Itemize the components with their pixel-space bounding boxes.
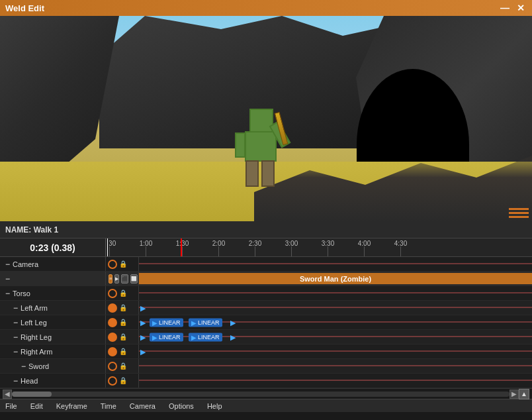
track-circle-left-leg[interactable] [108, 318, 117, 327]
scrollbar-area: ◀ ▶ ▲ [0, 388, 532, 399]
ruler-mark-230: 2:30 [255, 238, 255, 256]
keyframe-arrow-left-leg-start[interactable]: ▶ [140, 318, 146, 327]
track-expand-right-leg[interactable]: − [13, 333, 18, 342]
keyframe-arrow-right-arm[interactable]: ▶ [140, 347, 146, 356]
track-keyframes-head[interactable] [139, 374, 532, 388]
track-row-torso: − Torso 🔒 [0, 286, 532, 301]
track-circle-camera[interactable] [108, 260, 117, 269]
time-value: 0:23 (0.38) [30, 242, 75, 253]
track-circle-sword[interactable] [108, 362, 117, 371]
scroll-track[interactable] [12, 392, 510, 397]
close-button[interactable]: ✕ [515, 2, 527, 14]
track-circle-right-leg[interactable] [108, 333, 117, 342]
track-lock-camera[interactable]: 🔒 [118, 260, 128, 269]
linear-tag-left-leg-1[interactable]: ▶ LINEAR [150, 318, 183, 327]
track-circle-torso[interactable] [108, 289, 117, 298]
track-keyframes-torso[interactable] [139, 286, 532, 300]
timeline: NAME: Walk 1 0:23 (0.38) 0:30 1:00 1:30 … [0, 221, 532, 399]
track-lock-left-arm[interactable]: 🔒 [118, 303, 128, 313]
track-lock-right-leg[interactable]: 🔒 [118, 333, 128, 342]
track-keyframes-sword[interactable] [139, 359, 532, 373]
track-keyframes-right-leg[interactable]: ▶ ▶ LINEAR ▶ LINEAR ▶ [139, 330, 532, 344]
track-expand-head[interactable]: − [13, 376, 18, 386]
track-lock-sword[interactable]: 🔒 [118, 362, 128, 371]
ruler-mark-430: 4:30 [400, 238, 401, 256]
ruler-mark-330: 3:30 [328, 238, 328, 256]
titlebar-title: Weld Edit [5, 3, 44, 13]
toolbar-icons: ≡ ▶ ⬛ ⬜ [106, 272, 139, 286]
track-expand-left-leg[interactable]: − [13, 318, 18, 327]
scroll-left-button[interactable]: ◀ [3, 390, 12, 399]
menubar: File Edit Keyframe Time Camera Options H… [0, 399, 532, 412]
track-bar-camera [139, 263, 532, 264]
track-keyframes-right-arm[interactable]: ▶ [139, 344, 532, 358]
menu-file[interactable]: File [3, 402, 20, 410]
track-expand-swordman[interactable]: − [5, 274, 10, 284]
keyframe-arrow-right-leg-end[interactable]: ▶ [230, 333, 236, 341]
viewport-corner-decoration [509, 208, 529, 218]
track-lock-right-arm[interactable]: 🔒 [118, 347, 128, 356]
track-controls-camera: 🔒 [106, 257, 139, 271]
character-torso [245, 131, 277, 162]
ruler-mark-130: 1:30 [182, 238, 183, 256]
menu-keyframe[interactable]: Keyframe [54, 402, 90, 410]
character-head [249, 109, 273, 132]
ruler: 0:23 (0.38) 0:30 1:00 1:30 2:00 2:30 [0, 238, 532, 257]
toolbar-icon-2[interactable]: ▶ [114, 274, 119, 284]
menu-camera[interactable]: Camera [127, 402, 158, 410]
character-right-leg [261, 160, 275, 187]
track-expand-left-arm[interactable]: − [13, 303, 18, 313]
toolbar-icon-1[interactable]: ≡ [109, 274, 112, 284]
track-name-right-arm: Right Arm [21, 348, 52, 356]
track-label-left-leg: − Left Leg [0, 315, 106, 329]
keyframe-arrow-right-leg-start[interactable]: ▶ [140, 333, 146, 341]
track-controls-head: 🔒 [106, 374, 139, 388]
ruler-mark-300: 3:00 [291, 238, 292, 256]
scroll-up-button[interactable]: ▲ [519, 389, 529, 399]
ruler-mark-030: 0:30 [109, 238, 110, 256]
track-keyframes-left-leg[interactable]: ▶ ▶ LINEAR ▶ LINEAR ▶ [139, 315, 532, 329]
minimize-button[interactable]: — [499, 2, 511, 14]
track-circle-head[interactable] [108, 376, 117, 386]
keyframe-arrow-left-arm[interactable]: ▶ [140, 303, 146, 312]
viewport [0, 16, 532, 221]
linear-tag-right-leg-2[interactable]: ▶ LINEAR [189, 333, 222, 341]
track-circle-left-arm[interactable] [108, 303, 117, 313]
linear-tag-left-leg-2[interactable]: ▶ LINEAR [189, 318, 222, 327]
toolbar-icon-4[interactable]: ⬜ [130, 274, 138, 284]
character-left-leg [245, 160, 259, 187]
track-expand-torso[interactable]: − [5, 289, 10, 298]
time-display: 0:23 (0.38) [0, 238, 106, 256]
menu-options[interactable]: Options [166, 402, 197, 410]
ruler-marks: 0:30 1:00 1:30 2:00 2:30 3:00 [109, 238, 532, 256]
toolbar-icon-3[interactable]: ⬛ [121, 274, 128, 284]
track-expand-sword[interactable]: − [21, 362, 26, 371]
track-label-left-arm: − Left Arm [0, 301, 106, 315]
track-lock-head[interactable]: 🔒 [118, 376, 128, 386]
track-lock-torso[interactable]: 🔒 [118, 289, 128, 298]
track-row-head: − Head 🔒 [0, 374, 532, 388]
ruler-mark-100: 1:00 [146, 238, 146, 256]
linear-tag-right-leg-1[interactable]: ▶ LINEAR [150, 333, 183, 341]
menu-help[interactable]: Help [204, 402, 225, 410]
track-controls-torso: 🔒 [106, 286, 139, 300]
track-row-left-leg: − Left Leg 🔒 ▶ ▶ LINEAR ▶ LINEAR ▶ [0, 315, 532, 330]
scroll-right-button[interactable]: ▶ [510, 390, 519, 399]
track-name-left-arm: Left Arm [21, 304, 48, 312]
menu-edit[interactable]: Edit [28, 402, 46, 410]
track-controls-right-arm: 🔒 [106, 344, 139, 358]
track-lock-left-leg[interactable]: 🔒 [118, 318, 128, 327]
keyframe-arrow-left-leg-end[interactable]: ▶ [230, 318, 236, 327]
track-controls-left-leg: 🔒 [106, 315, 139, 329]
track-name-right-leg: Right Leg [21, 333, 52, 341]
track-expand-camera[interactable]: − [5, 260, 10, 269]
track-circle-right-arm[interactable] [108, 347, 117, 356]
track-keyframes-left-arm[interactable]: ▶ [139, 301, 532, 315]
track-label-swordman: − [0, 272, 106, 286]
track-keyframes-camera[interactable] [139, 257, 532, 271]
track-expand-right-arm[interactable]: − [13, 347, 18, 356]
track-keyframes-swordman[interactable]: Sword Man (Zombie) [139, 272, 532, 286]
ruler-mark-400: 4:00 [364, 238, 365, 256]
menu-time[interactable]: Time [98, 402, 119, 410]
scroll-thumb[interactable] [12, 392, 52, 397]
